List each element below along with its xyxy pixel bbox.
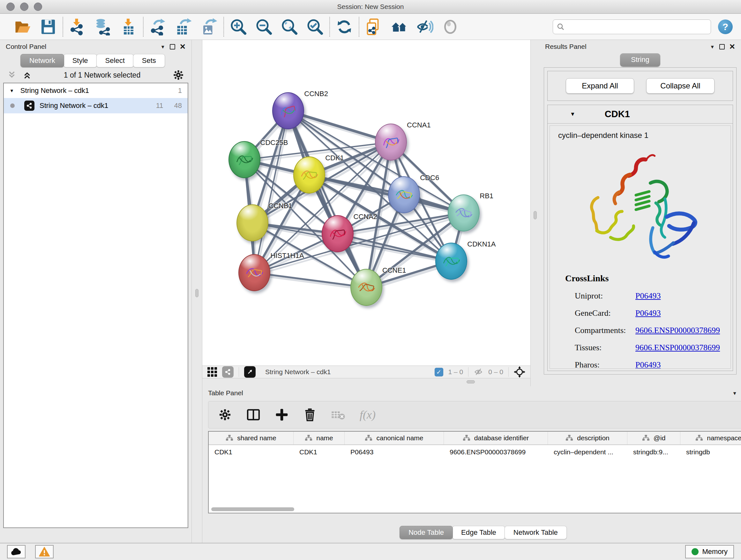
grid-view-icon[interactable] — [207, 367, 217, 377]
show-panels-eye-icon[interactable] — [442, 18, 459, 36]
column-header[interactable]: shared name — [209, 432, 293, 444]
splitter-handle[interactable] — [195, 289, 199, 297]
splitter-handle[interactable] — [467, 380, 475, 383]
expand-all-button[interactable]: Expand All — [566, 78, 634, 94]
import-table-icon[interactable] — [120, 18, 137, 36]
cloud-button[interactable] — [7, 545, 25, 558]
tab-edge-table[interactable]: Edge Table — [452, 526, 505, 539]
tab-sets[interactable]: Sets — [133, 54, 165, 67]
export-image-icon[interactable] — [200, 18, 218, 36]
network-node-CCNE1[interactable] — [350, 269, 382, 306]
crosslink-link[interactable]: 9606.ENSP00000378699 — [635, 326, 720, 335]
gear-icon[interactable] — [172, 69, 185, 81]
table-cell[interactable]: 9606.ENSP00000378699 — [444, 445, 548, 460]
collapse-all-icon[interactable] — [7, 70, 17, 80]
network-node-CCNB1[interactable] — [237, 204, 268, 241]
tab-string[interactable]: String — [620, 53, 660, 67]
right-splitter[interactable] — [530, 40, 539, 386]
detach-view-icon[interactable] — [244, 366, 256, 378]
open-session-icon[interactable] — [14, 18, 31, 36]
table-cell[interactable]: cyclin–dependent ... — [548, 445, 627, 460]
minimize-window-button[interactable] — [20, 3, 28, 11]
close-panel-icon[interactable]: ✕ — [180, 43, 186, 51]
import-network-database-icon[interactable] — [94, 18, 112, 36]
tab-style[interactable]: Style — [64, 54, 97, 67]
network-row-selected[interactable]: String Network – cdk1 11 48 — [4, 98, 188, 113]
network-node-CCNB2[interactable] — [272, 92, 304, 129]
crosslink-link[interactable]: P06493 — [635, 291, 661, 301]
crosslink-link[interactable]: P06493 — [635, 308, 661, 318]
network-thumbnail-icon[interactable] — [222, 366, 233, 378]
horizontal-splitter[interactable] — [202, 378, 530, 386]
crosslink-link[interactable]: P06493 — [635, 360, 661, 369]
tab-select[interactable]: Select — [96, 54, 134, 67]
network-node-CDC25B[interactable] — [228, 141, 260, 178]
collection-caret-icon[interactable]: ▼ — [10, 88, 14, 93]
network-node-RB1[interactable] — [448, 194, 480, 232]
show-columns-icon[interactable] — [246, 408, 261, 422]
table-cell[interactable]: P06493 — [345, 445, 444, 460]
collapse-all-button[interactable]: Collapse All — [646, 78, 715, 94]
search-input[interactable] — [567, 23, 707, 30]
section-caret-icon[interactable]: ▼ — [570, 111, 576, 118]
column-header[interactable]: @id — [627, 432, 680, 444]
delete-column-icon[interactable] — [303, 408, 317, 422]
maximize-window-button[interactable] — [34, 3, 42, 11]
network-node-CCNA1[interactable] — [375, 124, 407, 161]
table-cell[interactable]: stringdb:9... — [627, 445, 680, 460]
table-row[interactable]: CDK1 CDK1 P06493 9606.ENSP00000378699 cy… — [209, 445, 741, 460]
birds-eye-target-icon[interactable] — [514, 366, 525, 378]
zoom-out-icon[interactable] — [255, 18, 273, 36]
float-panel-icon[interactable] — [719, 44, 725, 50]
float-panel-icon[interactable] — [170, 44, 175, 50]
zoom-fit-icon[interactable] — [281, 18, 298, 36]
export-network-icon[interactable] — [149, 18, 166, 36]
import-network-file-icon[interactable] — [69, 18, 86, 36]
export-table-icon[interactable] — [175, 18, 192, 36]
network-collection-row[interactable]: ▼ String Network – cdk1 1 — [4, 83, 188, 98]
table-cell[interactable]: CDK1 — [293, 445, 345, 460]
help-button[interactable]: ? — [718, 19, 733, 34]
column-header[interactable]: database identifier — [444, 432, 548, 444]
splitter-handle[interactable] — [534, 211, 537, 219]
zoom-in-icon[interactable] — [230, 18, 247, 36]
column-header[interactable]: canonical name — [345, 432, 444, 444]
memory-button[interactable]: Memory — [685, 545, 734, 558]
network-canvas[interactable]: CCNB2CCNA1CDC25BCDK1CDC6RB1CCNB1CCNA2CDK… — [202, 40, 530, 366]
network-node-CCNA2[interactable] — [322, 215, 354, 252]
collapse-panel-icon[interactable]: ▼ — [710, 44, 715, 50]
column-header[interactable]: namespace — [680, 432, 741, 444]
close-window-button[interactable] — [6, 3, 15, 11]
selected-checkbox[interactable]: ✓ — [434, 368, 443, 376]
left-splitter[interactable] — [192, 40, 202, 543]
horizontal-scrollbar-thumb[interactable] — [211, 507, 294, 511]
search-box[interactable] — [553, 19, 711, 34]
zoom-selected-icon[interactable] — [307, 18, 324, 36]
close-panel-icon[interactable]: ✕ — [729, 43, 735, 51]
network-node-HIST1H1A[interactable] — [239, 254, 270, 291]
table-settings-gear-icon[interactable] — [218, 408, 232, 422]
save-session-icon[interactable] — [40, 18, 57, 36]
column-header[interactable]: name — [293, 432, 345, 444]
crosslink-link[interactable]: 9606.ENSP00000378699 — [635, 343, 720, 353]
refresh-icon[interactable] — [336, 18, 353, 36]
table-cell[interactable]: CDK1 — [209, 445, 293, 460]
clone-network-icon[interactable] — [365, 18, 382, 36]
table-cell[interactable]: stringdb — [680, 445, 741, 460]
expand-all-icon[interactable] — [22, 70, 32, 80]
edge-count: 48 — [174, 102, 182, 110]
collapse-panel-icon[interactable]: ▼ — [160, 44, 165, 50]
network-node-CDKN1A[interactable] — [435, 243, 467, 280]
tab-network-table[interactable]: Network Table — [504, 526, 567, 539]
column-header[interactable]: description — [548, 432, 627, 444]
warning-button[interactable] — [35, 545, 54, 558]
protein-section-header[interactable]: ▼ CDK1 — [548, 105, 733, 124]
tab-network[interactable]: Network — [20, 54, 64, 67]
network-node-CDC6[interactable] — [388, 176, 420, 213]
hide-panels-eye-icon[interactable] — [416, 18, 433, 36]
add-column-icon[interactable] — [275, 408, 289, 422]
tab-node-table[interactable]: Node Table — [400, 526, 453, 539]
network-node-CDK1[interactable] — [293, 157, 325, 193]
collapse-panel-icon[interactable]: ▼ — [732, 390, 737, 396]
home-icon[interactable] — [391, 18, 408, 36]
